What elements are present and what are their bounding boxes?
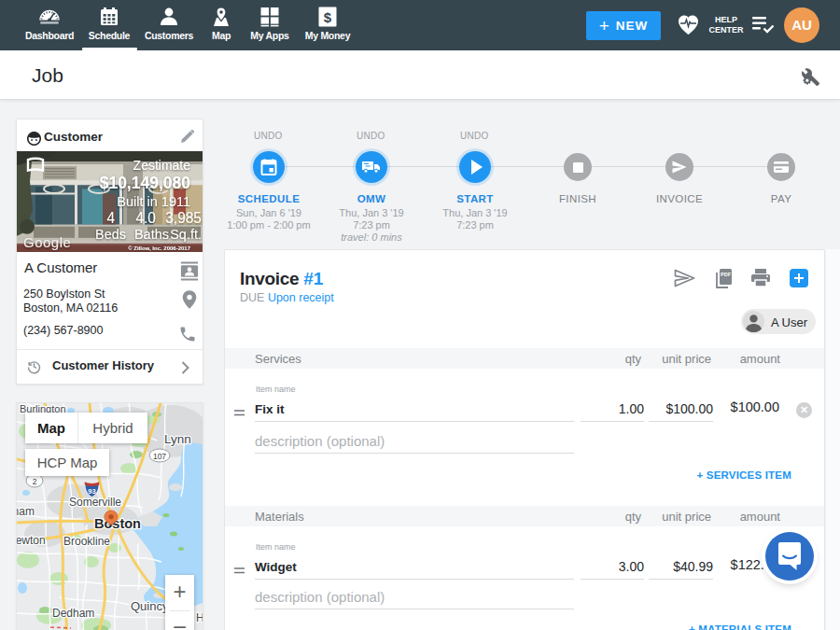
svg-text:Somerville: Somerville xyxy=(69,496,121,509)
svg-text:$: $ xyxy=(324,9,332,25)
svg-text:Beds: Beds xyxy=(95,227,126,242)
svg-text:Dedham: Dedham xyxy=(52,607,94,620)
svg-text:© Zillow, Inc. 2006-2017: © Zillow, Inc. 2006-2017 xyxy=(128,245,190,251)
svg-text:93: 93 xyxy=(88,487,95,496)
svg-text:Lynn: Lynn xyxy=(164,432,191,446)
svg-text:Brookline: Brookline xyxy=(63,535,110,548)
svg-text:Zestimate: Zestimate xyxy=(133,158,191,173)
svg-text:Waltham: Waltham xyxy=(17,505,35,518)
svg-text:2: 2 xyxy=(33,477,37,486)
svg-text:3,985: 3,985 xyxy=(165,210,202,226)
svg-text:Quincy: Quincy xyxy=(131,599,169,613)
svg-text:4: 4 xyxy=(106,210,115,226)
svg-text:Baths: Baths xyxy=(134,227,169,242)
svg-text:$10,149,080: $10,149,080 xyxy=(100,174,191,192)
svg-text:Sq.ft.: Sq.ft. xyxy=(170,227,202,242)
svg-text:Google: Google xyxy=(23,234,71,250)
svg-text:Newton: Newton xyxy=(17,534,46,547)
svg-text:Built in 1911: Built in 1911 xyxy=(117,193,190,208)
svg-text:4.0: 4.0 xyxy=(135,210,156,226)
svg-text:107: 107 xyxy=(153,452,166,461)
svg-text:PDF: PDF xyxy=(721,272,732,277)
svg-text:Hingham: Hingham xyxy=(196,611,203,624)
